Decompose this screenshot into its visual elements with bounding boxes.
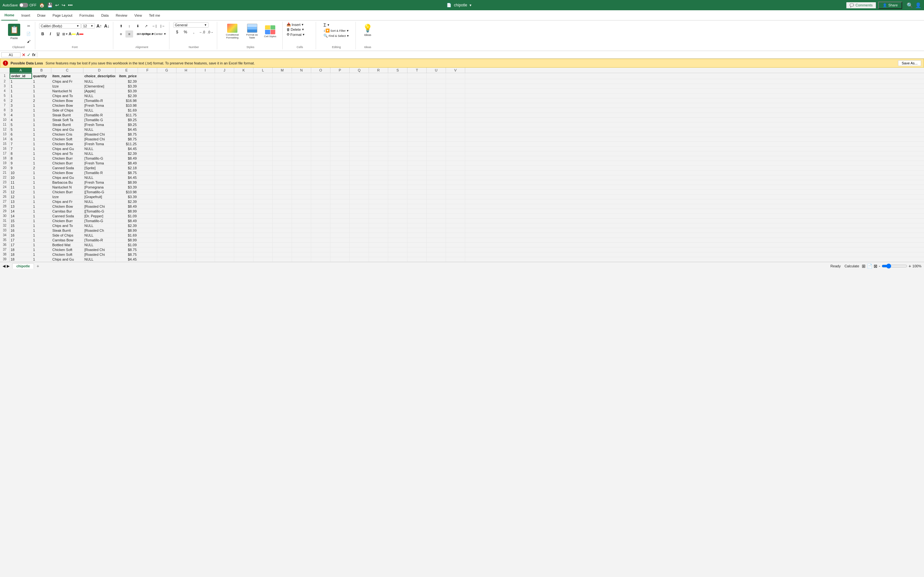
cell-empty[interactable] <box>388 103 407 108</box>
cell-empty[interactable] <box>138 238 157 242</box>
cell[interactable]: 9 <box>10 161 32 165</box>
cell-empty[interactable] <box>196 161 215 165</box>
cell-empty[interactable] <box>330 142 350 146</box>
cell-empty[interactable] <box>427 180 446 185</box>
cell-empty[interactable] <box>215 195 234 199</box>
cell-empty[interactable] <box>350 199 369 204</box>
cell-empty[interactable] <box>273 93 292 98</box>
cell-empty[interactable] <box>446 180 465 185</box>
cell[interactable]: 12 <box>10 190 32 194</box>
cell-empty[interactable] <box>273 89 292 93</box>
cell-empty[interactable] <box>369 103 388 108</box>
cell-empty[interactable] <box>215 108 234 113</box>
cell-reference-box[interactable]: A1 <box>1 52 21 57</box>
cell-empty[interactable] <box>215 219 234 223</box>
cell-empty[interactable] <box>176 190 196 194</box>
cell-empty[interactable] <box>157 257 176 261</box>
cell-empty[interactable] <box>234 151 254 156</box>
underline-button[interactable]: U <box>55 31 61 37</box>
cell-empty[interactable] <box>427 127 446 132</box>
prev-sheet-icon[interactable]: ◀ <box>3 264 5 268</box>
cell-empty[interactable] <box>311 171 330 175</box>
cell-empty[interactable] <box>350 214 369 218</box>
cell[interactable]: $4.45 <box>115 127 138 132</box>
cell[interactable]: 18 <box>10 257 32 261</box>
cell[interactable]: 1 <box>32 142 51 146</box>
border-button[interactable]: ⊞ ▼ <box>62 32 68 36</box>
cell-empty[interactable] <box>427 233 446 237</box>
cell-empty[interactable] <box>196 185 215 189</box>
cell-empty[interactable] <box>138 219 157 223</box>
cell-empty[interactable] <box>427 98 446 103</box>
cell-empty[interactable] <box>234 243 254 247</box>
cell[interactable]: $1.69 <box>115 233 138 237</box>
cell[interactable]: [Tomatillo G <box>83 118 115 122</box>
cell-empty[interactable] <box>330 214 350 218</box>
col-header-H[interactable]: H <box>176 68 196 73</box>
cell-empty[interactable] <box>369 137 388 141</box>
col-header-P[interactable]: P <box>330 68 350 73</box>
cell-empty[interactable] <box>273 132 292 137</box>
cell-empty[interactable] <box>388 108 407 113</box>
cell-empty[interactable] <box>254 219 273 223</box>
cell-empty[interactable] <box>138 84 157 89</box>
ideas-button[interactable]: 💡 Ideas <box>360 23 376 38</box>
cell[interactable]: Chicken Bow <box>51 98 83 103</box>
cell-empty[interactable] <box>292 79 311 84</box>
tab-view[interactable]: View <box>131 10 145 21</box>
cell[interactable]: 1 <box>32 247 51 252</box>
cell-empty[interactable] <box>273 238 292 242</box>
cell-empty[interactable] <box>330 228 350 233</box>
cell-empty[interactable] <box>311 147 330 151</box>
cell[interactable]: 8 <box>10 151 32 156</box>
cell-empty[interactable] <box>330 118 350 122</box>
cell-empty[interactable] <box>215 185 234 189</box>
cell[interactable]: Steak Burrit <box>51 228 83 233</box>
cell-empty[interactable] <box>369 156 388 161</box>
cell-empty[interactable] <box>369 127 388 132</box>
cell-empty[interactable] <box>292 204 311 209</box>
cell-empty[interactable] <box>254 156 273 161</box>
cell-empty[interactable] <box>311 257 330 261</box>
cell-empty[interactable] <box>215 257 234 261</box>
grid-body[interactable]: 1order_idquantityitem_namechoice_descrip… <box>0 73 924 262</box>
cell-empty[interactable] <box>330 79 350 84</box>
cell-empty[interactable] <box>388 175 407 180</box>
cell[interactable]: [Grapefruit] <box>83 195 115 199</box>
cell-empty[interactable] <box>292 199 311 204</box>
cell-empty[interactable] <box>369 118 388 122</box>
cell[interactable]: [Roasted Chi <box>83 252 115 257</box>
cell[interactable]: 1 <box>32 209 51 213</box>
cell-empty[interactable] <box>138 127 157 132</box>
account-icon[interactable]: 👤 <box>915 2 921 8</box>
cell-empty[interactable] <box>446 166 465 170</box>
cell-empty[interactable] <box>427 161 446 165</box>
cell[interactable]: $2.39 <box>115 199 138 204</box>
cell-empty[interactable] <box>157 228 176 233</box>
cell-empty[interactable] <box>138 214 157 218</box>
cell-empty[interactable] <box>446 118 465 122</box>
cell[interactable]: 17 <box>10 238 32 242</box>
cell-empty[interactable] <box>330 84 350 89</box>
cell-empty[interactable] <box>138 122 157 127</box>
cell[interactable]: [Tomatillo R <box>83 113 115 117</box>
cell-empty[interactable] <box>446 175 465 180</box>
cell-empty[interactable] <box>138 103 157 108</box>
cell-empty[interactable] <box>446 161 465 165</box>
cell[interactable]: NULL <box>83 79 115 84</box>
cell-empty[interactable] <box>273 103 292 108</box>
cell[interactable]: 16 <box>10 233 32 237</box>
comments-button[interactable]: 💬 Comments <box>846 2 876 9</box>
cell-empty[interactable] <box>311 93 330 98</box>
cell[interactable]: NULL <box>83 108 115 113</box>
cell-empty[interactable] <box>446 247 465 252</box>
cell-empty[interactable] <box>176 233 196 237</box>
cell-empty[interactable] <box>407 175 427 180</box>
cell-empty[interactable] <box>311 98 330 103</box>
cell-empty[interactable] <box>427 252 446 257</box>
cell-empty[interactable] <box>138 161 157 165</box>
fill-color-button[interactable]: A <box>69 31 76 37</box>
cell-empty[interactable] <box>273 147 292 151</box>
cell-empty[interactable] <box>254 113 273 117</box>
cell-empty[interactable] <box>196 190 215 194</box>
